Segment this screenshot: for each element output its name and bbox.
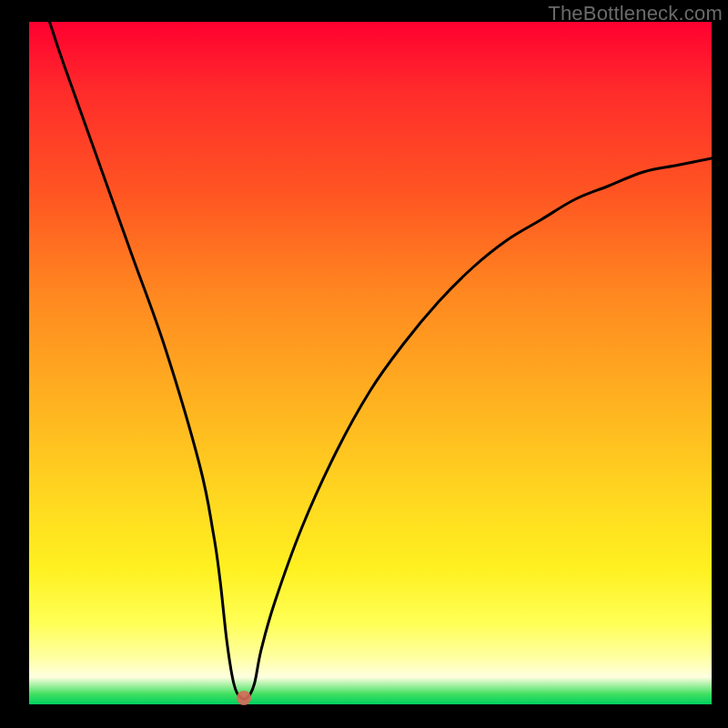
curve-path <box>50 22 713 700</box>
chart-frame: TheBottleneck.com <box>0 0 728 728</box>
optimum-marker <box>237 691 251 705</box>
bottleneck-curve <box>29 22 712 704</box>
plot-area <box>29 22 712 704</box>
